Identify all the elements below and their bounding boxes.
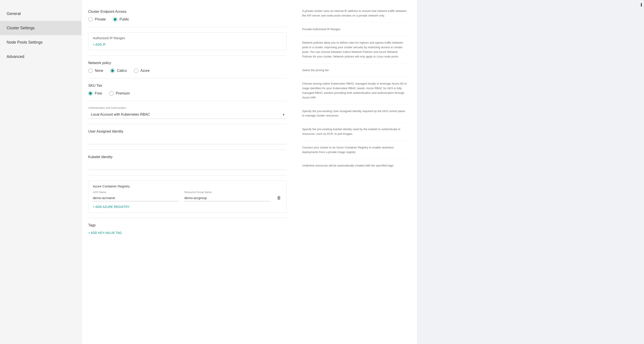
acr-section: Azure Container Registry ACR Name Resour… (88, 175, 287, 218)
acr-row: ACR Name Resource Group Name 🗑 (93, 191, 282, 201)
auth-label: Authentication and Authorization (88, 106, 287, 109)
none-option[interactable]: None (88, 68, 103, 73)
authorized-ip-section: Authorized IP Ranges + ADD IP (88, 27, 287, 56)
user-identity-input[interactable] (88, 137, 287, 144)
sidebar-item-cluster-settings[interactable]: Cluster Settings (0, 21, 82, 35)
premium-label: Premium (116, 91, 130, 95)
azure-option[interactable]: Azure (134, 68, 150, 73)
acr-name-field: ACR Name (93, 191, 179, 201)
help-user-identity-text: Specify the pre-existing User-Assigned I… (302, 109, 405, 117)
acr-name-input[interactable] (93, 195, 179, 201)
acr-title: Azure Container Registry (93, 184, 282, 188)
sku-tier-section: SKU Tier Free Premium (88, 78, 287, 101)
acr-name-label: ACR Name (93, 191, 179, 194)
sidebar-item-advanced[interactable]: Advanced (0, 49, 82, 64)
help-ip-ranges-text: Provide Authorized IP Ranges (302, 27, 340, 31)
azure-radio[interactable] (134, 68, 138, 73)
sku-tier-options: Free Premium (88, 91, 287, 96)
acr-resource-group-field: Resource Group Name (184, 191, 270, 201)
kubelet-identity-input[interactable] (88, 163, 287, 170)
help-sku-tier: Select the pricing tier (302, 64, 408, 77)
main-content: Cluster Endpoint Access Private Public A… (82, 0, 644, 344)
calico-label: Calico (117, 69, 126, 73)
private-label: Private (95, 17, 106, 21)
kubelet-identity-title: Kubelet Identity (88, 155, 287, 159)
help-network-policy: Network policies allow you to define rul… (302, 36, 408, 63)
network-policy-section: Network policy None Calico Azure (88, 56, 287, 78)
cluster-endpoint-options: Private Public (88, 17, 287, 21)
ip-ranges-title: Authorized IP Ranges (93, 36, 282, 40)
help-kubelet-identity-text: Specify the pre-existing kubelet identit… (302, 128, 400, 136)
help-sku-tier-text: Select the pricing tier (302, 68, 329, 72)
cluster-endpoint-section: Cluster Endpoint Access Private Public (88, 4, 287, 27)
help-acr: Connect your cluster to an Azure Contain… (302, 141, 408, 159)
help-area: A private cluster uses an internal IP ad… (293, 0, 417, 344)
free-option[interactable]: Free (88, 91, 102, 96)
help-network-policy-text: Network policies allow you to define rul… (302, 41, 403, 58)
sidebar-item-general[interactable]: General (0, 6, 82, 21)
sidebar-item-node-pools[interactable]: Node Pools Settings (0, 35, 82, 49)
private-radio[interactable] (88, 17, 93, 21)
help-ip-ranges: Provide Authorized IP Ranges (302, 23, 408, 36)
help-acr-text: Connect your cluster to an Azure Contain… (302, 146, 394, 154)
form-area: Cluster Endpoint Access Private Public A… (82, 0, 293, 344)
acr-resource-group-input[interactable] (184, 195, 270, 201)
free-label: Free (95, 91, 102, 95)
acr-box: Azure Container Registry ACR Name Resour… (88, 180, 287, 212)
help-tags-text: Underline resources will be automaticall… (302, 164, 394, 167)
user-identity-section: User Assigned Identity (88, 124, 287, 150)
auth-dropdown-wrapper: Local Account with Kubernetes RBAC Azure… (88, 110, 287, 119)
help-auth-text: Choose among native Kubernetes RBAC mana… (302, 82, 407, 99)
help-cluster-endpoint: A private cluster uses an internal IP ad… (302, 4, 408, 23)
ip-ranges-box: Authorized IP Ranges + ADD IP (88, 32, 287, 50)
none-label: None (95, 69, 103, 73)
help-kubelet-identity: Specify the pre-existing kubelet identit… (302, 123, 408, 141)
help-auth: Choose among native Kubernetes RBAC mana… (302, 77, 408, 104)
add-azure-registry-button[interactable]: + ADD AZURE REGISTRY (93, 205, 130, 208)
acr-delete-button[interactable]: 🗑 (276, 194, 282, 201)
calico-radio[interactable] (110, 68, 115, 73)
public-label: Public (120, 17, 129, 21)
acr-resource-group-label: Resource Group Name (184, 191, 270, 194)
sku-tier-title: SKU Tier (88, 84, 287, 88)
network-policy-title: Network policy (88, 61, 287, 65)
azure-label: Azure (140, 69, 150, 73)
user-identity-title: User Assigned Identity (88, 130, 287, 134)
add-ip-button[interactable]: + ADD IP (93, 43, 106, 46)
help-user-identity: Specify the pre-existing User-Assigned I… (302, 105, 408, 123)
trash-icon: 🗑 (277, 195, 281, 200)
network-policy-options: None Calico Azure (88, 68, 287, 73)
none-radio[interactable] (88, 68, 93, 73)
premium-radio[interactable] (109, 91, 114, 96)
auth-section: Authentication and Authorization Local A… (88, 101, 287, 124)
tags-section: Tags + ADD KEY-VALUE TAG (88, 218, 287, 240)
sidebar: General Cluster Settings Node Pools Sett… (0, 0, 82, 344)
public-radio[interactable] (113, 17, 117, 21)
calico-option[interactable]: Calico (110, 68, 126, 73)
tags-title: Tags (88, 223, 287, 227)
public-option[interactable]: Public (113, 17, 129, 21)
kubelet-identity-section: Kubelet Identity (88, 150, 287, 175)
add-tag-button[interactable]: + ADD KEY-VALUE TAG (88, 231, 122, 235)
help-cluster-endpoint-text: A private cluster uses an internal IP ad… (302, 9, 407, 17)
auth-select[interactable]: Local Account with Kubernetes RBAC Azure… (88, 110, 287, 119)
cluster-endpoint-title: Cluster Endpoint Access (88, 10, 287, 14)
help-tags: Underline resources will be automaticall… (302, 159, 408, 172)
private-option[interactable]: Private (88, 17, 106, 21)
premium-option[interactable]: Premium (109, 91, 130, 96)
free-radio[interactable] (88, 91, 93, 96)
